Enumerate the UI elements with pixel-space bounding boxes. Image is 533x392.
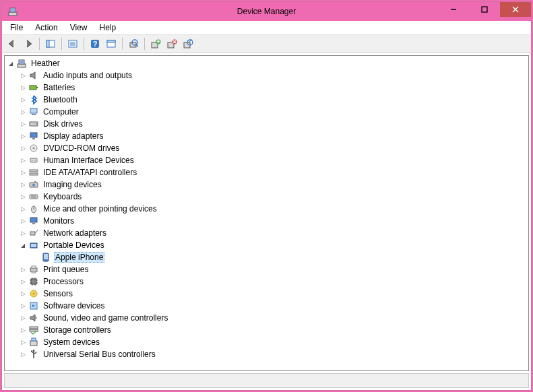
scan-hardware-button[interactable]	[126, 36, 141, 51]
back-button[interactable]	[5, 36, 20, 51]
tree-category-print-queues[interactable]: Print queues	[5, 263, 528, 275]
device-icon	[40, 252, 51, 263]
show-hide-console-tree-button[interactable]	[43, 36, 58, 51]
svg-rect-63	[32, 271, 36, 273]
tree-category-system-devices[interactable]: System devices	[5, 336, 528, 348]
tree-category-label: Human Interface Devices	[42, 156, 135, 165]
tree-category-ide-ata-atapi-controllers[interactable]: IDE ATA/ATAPI controllers	[5, 166, 528, 178]
tree-category-computer[interactable]: Computer	[5, 106, 528, 118]
svg-rect-30	[30, 86, 36, 90]
expand-collapse-icon[interactable]	[18, 240, 28, 250]
expand-collapse-icon[interactable]	[18, 143, 28, 153]
expand-collapse-icon[interactable]	[18, 131, 28, 141]
tree-category-label: Network adapters	[42, 228, 108, 238]
tree-category-monitors[interactable]: Monitors	[5, 215, 528, 227]
device-manager-window: Device Manager File Action View Help	[1, 1, 532, 391]
processors-icon	[28, 276, 39, 287]
expand-collapse-icon[interactable]	[18, 325, 28, 335]
tree-category-mice-and-other-pointing-devices[interactable]: Mice and other pointing devices	[5, 203, 528, 215]
tree-panel[interactable]: HeatherAudio inputs and outputsBatteries…	[4, 55, 529, 371]
help-button[interactable]: ?	[88, 36, 102, 51]
tree-category-universal-serial-bus-controllers[interactable]: Universal Serial Bus controllers	[5, 348, 528, 360]
tree-category-bluetooth[interactable]: Bluetooth	[5, 94, 528, 106]
expand-collapse-icon[interactable]	[18, 301, 28, 311]
titlebar[interactable]: Device Manager	[2, 2, 531, 21]
maximize-button[interactable]	[469, 2, 500, 17]
menu-file[interactable]: File	[5, 22, 28, 33]
statusbar	[4, 373, 529, 388]
tree-category-label: DVD/CD-ROM drives	[42, 143, 121, 153]
audio-inputs-and-outputs-icon	[28, 70, 39, 81]
expand-collapse-icon[interactable]	[18, 156, 28, 165]
svg-rect-29	[20, 61, 24, 63]
expand-collapse-icon[interactable]	[18, 192, 28, 201]
svg-rect-36	[30, 133, 37, 137]
imaging-devices-icon	[28, 179, 39, 190]
tree-category-network-adapters[interactable]: Network adapters	[5, 227, 528, 239]
svg-rect-59	[44, 254, 48, 259]
properties-button[interactable]	[65, 36, 80, 51]
svg-rect-48	[30, 195, 38, 199]
expand-collapse-icon[interactable]	[18, 95, 28, 104]
expand-collapse-icon[interactable]	[18, 277, 28, 286]
tree-category-storage-controllers[interactable]: Storage controllers	[5, 324, 528, 336]
tree-category-label: IDE ATA/ATAPI controllers	[42, 168, 138, 177]
tree-category-software-devices[interactable]: Software devices	[5, 300, 528, 312]
tree-category-processors[interactable]: Processors	[5, 275, 528, 288]
expand-collapse-icon[interactable]	[18, 119, 28, 129]
expand-collapse-icon[interactable]	[18, 289, 28, 298]
tree-category-label: Processors	[42, 277, 85, 286]
tree-device-label: Apple iPhone	[54, 252, 104, 263]
app-icon	[7, 6, 18, 17]
svg-rect-0	[9, 12, 17, 15]
tree-category-human-interface-devices[interactable]: Human Interface Devices	[5, 154, 528, 166]
tree-category-disk-drives[interactable]: Disk drives	[5, 118, 528, 130]
minimize-button[interactable]	[438, 2, 469, 17]
expand-collapse-icon[interactable]	[18, 83, 28, 92]
uninstall-button[interactable]	[164, 36, 179, 51]
expand-collapse-icon[interactable]	[18, 228, 28, 238]
update-driver-button[interactable]	[148, 36, 163, 51]
expand-collapse-icon[interactable]	[18, 168, 28, 177]
expand-collapse-icon[interactable]	[18, 313, 28, 323]
computer-icon	[28, 106, 39, 117]
tree-category-batteries[interactable]: Batteries	[5, 81, 528, 94]
tree-category-sound-video-and-game-controllers[interactable]: Sound, video and game controllers	[5, 312, 528, 324]
tree-category-audio-inputs-and-outputs[interactable]: Audio inputs and outputs	[5, 69, 528, 81]
disable-button[interactable]	[181, 36, 195, 51]
action-button[interactable]	[104, 36, 119, 51]
svg-point-60	[45, 260, 46, 261]
expand-collapse-icon[interactable]	[18, 107, 28, 117]
menu-view[interactable]: View	[65, 22, 93, 33]
tree-category-dvd-cd-rom-drives[interactable]: DVD/CD-ROM drives	[5, 142, 528, 154]
tree-category-keyboards[interactable]: Keyboards	[5, 191, 528, 203]
svg-rect-53	[30, 218, 37, 222]
tree-category-label: Sound, video and game controllers	[42, 313, 169, 323]
expand-collapse-icon[interactable]	[18, 180, 28, 189]
svg-rect-57	[31, 244, 36, 247]
menubar: File Action View Help	[2, 21, 531, 34]
expand-collapse-icon[interactable]	[18, 337, 28, 347]
tree-root[interactable]: Heather	[5, 57, 528, 69]
forward-button[interactable]	[21, 36, 36, 51]
expand-collapse-icon[interactable]	[18, 204, 28, 214]
tree-category-label: Computer	[42, 107, 80, 117]
expand-collapse-icon[interactable]	[6, 59, 15, 68]
menu-action[interactable]: Action	[30, 22, 63, 33]
close-button[interactable]	[500, 2, 531, 17]
tree-category-display-adapters[interactable]: Display adapters	[5, 130, 528, 142]
tree-category-portable-devices[interactable]: Portable Devices	[5, 239, 528, 251]
mice-and-other-pointing-devices-icon	[28, 203, 39, 214]
expand-collapse-icon[interactable]	[18, 71, 28, 80]
menu-help[interactable]: Help	[94, 22, 122, 33]
svg-rect-55	[30, 232, 35, 235]
expand-collapse-icon[interactable]	[18, 350, 28, 359]
tree-category-label: Sensors	[42, 289, 74, 298]
expand-collapse-icon[interactable]	[18, 216, 28, 226]
tree-category-sensors[interactable]: Sensors	[5, 288, 528, 300]
network-adapters-icon	[28, 228, 39, 238]
tree-category-imaging-devices[interactable]: Imaging devices	[5, 178, 528, 191]
tree-device-apple-iphone[interactable]: Apple iPhone	[5, 251, 528, 263]
expand-collapse-icon[interactable]	[18, 265, 28, 274]
tree-category-label: System devices	[42, 337, 101, 347]
